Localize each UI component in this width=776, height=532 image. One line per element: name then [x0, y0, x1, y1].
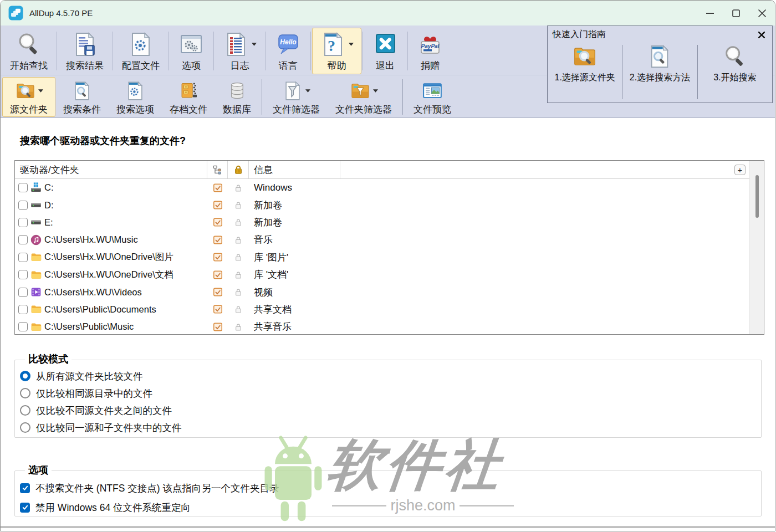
- cell-info: 新加卷: [249, 199, 282, 212]
- grey-lock-icon: [234, 288, 243, 296]
- add-column-button[interactable]: +: [734, 165, 746, 175]
- row-select-checkbox[interactable]: [18, 235, 28, 244]
- scrollbar-thumb[interactable]: [755, 175, 759, 218]
- table-row[interactable]: C:\Users\Public\Documents共享文档: [15, 301, 764, 318]
- grey-lock-icon: [234, 305, 243, 314]
- cell-recurse[interactable]: [207, 183, 228, 193]
- row-select-checkbox[interactable]: [18, 218, 28, 227]
- cell-recurse[interactable]: [207, 287, 228, 297]
- cell-recurse[interactable]: [207, 252, 228, 262]
- radio-button[interactable]: [20, 371, 30, 381]
- row-select-checkbox[interactable]: [18, 322, 28, 331]
- cell-recurse[interactable]: [207, 270, 228, 280]
- cell-info: 库 '文档': [249, 268, 288, 281]
- toolbar-button-folder-filter[interactable]: 文件夹筛选器: [328, 77, 400, 117]
- cell-lock[interactable]: [228, 305, 249, 314]
- row-path-text: C:\Users\Public\Music: [44, 321, 134, 332]
- toolbar-button-search-options[interactable]: 搜索选项: [109, 77, 162, 117]
- toolbar-button-results[interactable]: 搜索结果: [58, 28, 111, 74]
- toolbar-button-database[interactable]: 数据库: [215, 77, 259, 117]
- cell-lock[interactable]: [228, 201, 249, 209]
- column-header-recurse[interactable]: [207, 161, 228, 178]
- cell-lock[interactable]: [228, 323, 249, 331]
- table-row[interactable]: C:\Users\Public\Music共享音乐: [15, 318, 764, 335]
- table-scrollbar[interactable]: [749, 161, 764, 334]
- toolbar-button-log[interactable]: 日志: [215, 28, 264, 74]
- cell-recurse[interactable]: [207, 200, 228, 210]
- toolbar-button-profiles[interactable]: 配置文件: [114, 28, 167, 74]
- toolbar-button-search-method[interactable]: 搜索条件: [55, 77, 109, 117]
- table-row[interactable]: C:\Users\Hx.WU\Videos视频: [15, 283, 764, 300]
- row-select-checkbox[interactable]: [18, 201, 28, 210]
- checkbox-checked[interactable]: [20, 483, 30, 493]
- toolbar-button-help[interactable]: ?帮助: [312, 28, 361, 74]
- row-select-checkbox[interactable]: [18, 270, 28, 279]
- cell-lock[interactable]: [228, 218, 249, 227]
- guide-step-2[interactable]: 2.选择搜索方法: [622, 43, 697, 101]
- toolbar-button-file-filter[interactable]: 文件筛选器: [265, 77, 328, 117]
- close-icon: [757, 8, 768, 19]
- compare-mode-option-2[interactable]: 仅比较相同源目录中的文件: [20, 385, 761, 402]
- table-row[interactable]: E:新加卷: [15, 214, 764, 231]
- option-item-2[interactable]: 禁用 Windows 64 位文件系统重定向: [20, 498, 761, 517]
- dropdown-arrow-icon[interactable]: [305, 89, 310, 93]
- compare-mode-option-1[interactable]: 从所有源文件夹比较文件: [20, 367, 761, 385]
- row-select-checkbox[interactable]: [18, 305, 28, 314]
- titlebar-close-button[interactable]: [749, 1, 775, 25]
- cell-lock[interactable]: [228, 253, 249, 262]
- table-row[interactable]: D:新加卷: [15, 196, 764, 213]
- radio-button[interactable]: [20, 388, 30, 398]
- row-select-checkbox[interactable]: [18, 253, 28, 262]
- cell-recurse[interactable]: [207, 217, 228, 227]
- column-header-path[interactable]: 驱动器/文件夹: [15, 161, 207, 178]
- quick-start-guide-steps: 1.选择源文件夹2.选择搜索方法3.开始搜索: [548, 43, 772, 101]
- toolbar-button-find[interactable]: 开始查找: [2, 28, 55, 74]
- toolbar-button-language[interactable]: Hello语言: [267, 28, 309, 74]
- toolbar-button-source-folders[interactable]: 源文件夹: [2, 77, 55, 117]
- cell-recurse[interactable]: [207, 322, 228, 332]
- table-row[interactable]: C:Windows: [15, 179, 764, 196]
- cell-lock[interactable]: [228, 270, 249, 279]
- guide-step-3[interactable]: 3.开始搜索: [698, 43, 772, 101]
- titlebar-maximize-button[interactable]: [723, 1, 749, 25]
- svg-text:Hello: Hello: [280, 38, 296, 46]
- guide-step-1[interactable]: 1.选择源文件夹: [548, 43, 622, 101]
- dropdown-arrow-icon[interactable]: [252, 43, 257, 46]
- table-row[interactable]: C:\Users\Hx.WU\Music音乐: [15, 231, 764, 248]
- dropdown-arrow-icon[interactable]: [373, 89, 378, 93]
- cell-recurse[interactable]: [207, 235, 228, 245]
- drive-icon: [30, 217, 42, 228]
- toolbar-button-options[interactable]: 选项: [170, 28, 212, 74]
- toolbar-button-donate[interactable]: PayPal捐赠: [409, 28, 451, 74]
- column-header-filler: [340, 161, 764, 178]
- checkbox-checked[interactable]: [20, 503, 30, 513]
- table-row[interactable]: C:\Users\Hx.WU\OneDrive\图片库 '图片': [15, 249, 764, 266]
- compare-mode-option-3[interactable]: 仅比较不同源文件夹之间的文件: [20, 402, 761, 419]
- page-title: 搜索哪个驱动器或文件夹重复的文件?: [20, 134, 186, 147]
- toolbar-separator: [407, 32, 408, 70]
- radio-button[interactable]: [20, 422, 30, 433]
- cell-lock[interactable]: [228, 236, 249, 244]
- dropdown-arrow-icon[interactable]: [349, 43, 354, 46]
- compare-mode-option-4[interactable]: 仅比较同一源和子文件夹中的文件: [20, 419, 761, 436]
- titlebar: AllDup 4.5.70 PE: [1, 1, 775, 25]
- guide-close-icon[interactable]: [757, 30, 767, 40]
- grey-lock-icon: [234, 218, 243, 227]
- dropdown-arrow-icon[interactable]: [38, 89, 43, 93]
- quick-start-guide-panel: 快速入门指南 1.选择源文件夹2.选择搜索方法3.开始搜索: [547, 25, 773, 103]
- table-row[interactable]: C:\Users\Hx.WU\OneDrive\文档库 '文档': [15, 266, 764, 283]
- radio-button[interactable]: [20, 405, 30, 416]
- toolbar-button-archives[interactable]: 存档文件: [162, 77, 215, 117]
- log-file-icon: [223, 31, 249, 58]
- column-header-lock[interactable]: [228, 161, 249, 178]
- option-item-1[interactable]: 不搜索文件夹 (NTFS 交接点) 该点指向另一个文件夹目录: [20, 478, 761, 498]
- column-header-info[interactable]: 信息: [249, 161, 340, 178]
- toolbar-button-file-preview[interactable]: 文件预览: [406, 77, 459, 117]
- cell-lock[interactable]: [228, 183, 249, 192]
- row-select-checkbox[interactable]: [18, 183, 28, 192]
- cell-lock[interactable]: [228, 288, 249, 296]
- titlebar-minimize-button[interactable]: [697, 1, 723, 25]
- toolbar-button-exit[interactable]: 退出: [364, 28, 406, 74]
- row-select-checkbox[interactable]: [18, 288, 28, 297]
- cell-recurse[interactable]: [207, 304, 228, 314]
